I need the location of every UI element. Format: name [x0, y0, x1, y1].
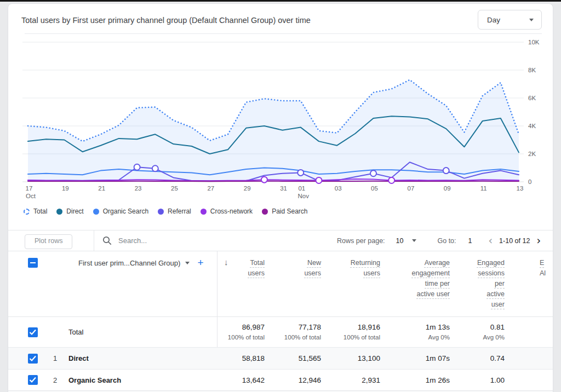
y-axis-label: 2K [528, 151, 536, 157]
row-checkbox[interactable] [28, 327, 38, 337]
select-all-checkbox[interactable] [28, 258, 38, 268]
cell-value: 1m 13s [386, 323, 450, 331]
legend-item-referral[interactable]: Referral [158, 207, 191, 215]
pagination-prev-icon[interactable]: ‹ [488, 235, 493, 246]
row-checkbox[interactable] [28, 375, 38, 385]
rows-per-page-caret-icon[interactable] [412, 239, 416, 242]
x-axis-label: 05 [371, 185, 378, 192]
anomaly-marker[interactable] [261, 177, 267, 183]
cell-value: 1m 07s [386, 348, 455, 369]
legend-swatch-icon [262, 209, 268, 215]
cell-value: 0.74 [455, 348, 510, 369]
anomaly-marker[interactable] [297, 170, 304, 176]
chart-legend: TotalDirectOrganic SearchReferralCross-n… [24, 206, 308, 216]
search-icon [102, 236, 112, 245]
x-axis-label: 21 [98, 185, 105, 192]
cell-value: 51,565 [270, 348, 327, 369]
plot-rows-button[interactable]: Plot rows [25, 234, 72, 249]
cell-value: 1m 26s [386, 370, 455, 390]
rows-per-page-select[interactable]: 10 [396, 237, 404, 245]
cell-value: 18,916 [327, 323, 380, 331]
cell-subvalue: 100% of total [327, 334, 380, 341]
legend-item-organic-search[interactable]: Organic Search [93, 207, 148, 215]
column-header-clipped[interactable]: E Al [540, 258, 546, 279]
chart-title: Total users by First user primary channe… [21, 16, 311, 25]
x-axis-label: 31 [280, 185, 287, 192]
cell-value: 58,818 [217, 348, 270, 369]
cell-subvalue: Avg 0% [386, 334, 450, 341]
series-line-paid-search[interactable] [28, 181, 519, 182]
column-header-avg-engagement[interactable]: Average engagement time per active user [386, 251, 455, 316]
granularity-value: Day [487, 16, 500, 24]
legend-item-direct[interactable]: Direct [56, 207, 83, 215]
x-axis-label: 11 [480, 185, 487, 192]
legend-label: Cross-network [210, 207, 253, 215]
y-axis-label: 10K [528, 39, 540, 45]
x-axis-label: 03 [335, 185, 342, 192]
x-axis-label: 01 [298, 185, 305, 192]
rows-per-page-label: Rows per page: [337, 237, 385, 245]
cell-value: 77,178 [270, 323, 321, 331]
legend-item-cross-network[interactable]: Cross-network [201, 207, 253, 215]
cell-value: 12,946 [270, 370, 327, 390]
legend-label: Total [33, 207, 47, 215]
pagination-next-icon[interactable]: › [536, 235, 541, 246]
row-checkbox[interactable] [28, 354, 38, 364]
cell-value: 86,987 [217, 323, 265, 331]
anomaly-marker[interactable] [370, 170, 376, 176]
cell-subvalue: 100% of total [270, 334, 321, 341]
row-label: Total [63, 317, 217, 347]
divider [94, 230, 94, 251]
legend-swatch-icon [24, 209, 30, 215]
series-area-total [28, 80, 519, 182]
row-number: 1 [41, 348, 63, 369]
legend-item-paid-search[interactable]: Paid Search [262, 207, 307, 215]
time-series-chart[interactable]: 02K4K6K8K10K17Oct1921232527293101Nov0305… [8, 34, 553, 203]
anomaly-marker[interactable] [134, 164, 140, 170]
anomaly-marker[interactable] [152, 165, 158, 171]
granularity-dropdown[interactable]: Day [478, 10, 542, 30]
x-axis-label: 13 [517, 185, 524, 192]
y-axis-label: 0 [528, 178, 531, 185]
anomaly-marker[interactable] [443, 168, 449, 174]
cell-subvalue: Avg 0% [455, 334, 505, 341]
cell-value: 0.81 [455, 323, 505, 331]
x-axis-label: 25 [171, 185, 178, 192]
cell-subvalue: 100% of total [217, 334, 265, 341]
legend-label: Paid Search [272, 207, 307, 215]
table-row: 1 Direct 58,818 51,565 13,100 1m 07s 0.7… [8, 347, 553, 369]
column-header-new-users[interactable]: New users [270, 251, 327, 316]
x-axis-label: 09 [444, 185, 451, 192]
x-axis-month-label: Oct [26, 193, 36, 199]
dimension-header-label[interactable]: First user prim...Channel Group) [78, 259, 180, 267]
dimension-caret-icon[interactable] [185, 262, 190, 264]
table-search[interactable]: Search... [102, 230, 147, 251]
legend-swatch-icon [158, 209, 164, 215]
chevron-down-icon [529, 19, 534, 21]
window-top-strip [0, 0, 561, 2]
column-header-engaged-sessions[interactable]: Engaged sessions per active user [455, 251, 510, 316]
legend-swatch-icon [93, 209, 99, 215]
x-axis-label: 27 [207, 185, 214, 192]
legend-label: Direct [66, 207, 83, 215]
goto-input[interactable]: 1 [468, 237, 472, 245]
row-number: 2 [41, 370, 63, 390]
page: Total users by First user primary channe… [0, 0, 561, 392]
column-header-returning-users[interactable]: Returning users [327, 251, 386, 316]
legend-swatch-icon [201, 209, 207, 215]
cell-value: 2,931 [327, 370, 386, 390]
analytics-card: Total users by First user primary channe… [8, 3, 553, 392]
anomaly-marker[interactable] [316, 177, 322, 183]
add-dimension-button[interactable]: + [197, 258, 203, 268]
table-toolbar: Plot rows Search... Rows per page: 10 Go… [8, 230, 553, 251]
anomaly-marker[interactable] [388, 177, 394, 183]
search-placeholder: Search... [118, 237, 147, 245]
x-axis-month-label: Nov [298, 193, 310, 199]
pagination-controls: Rows per page: 10 Go to: 1 ‹ 1-10 of 12 … [337, 230, 541, 251]
pagination-range: 1-10 of 12 [499, 237, 530, 245]
legend-label: Organic Search [103, 207, 148, 215]
divider [25, 33, 542, 34]
cell-value: 13,642 [217, 370, 270, 390]
legend-item-total[interactable]: Total [24, 207, 47, 215]
sort-descending-icon[interactable]: ↓ [224, 257, 228, 267]
